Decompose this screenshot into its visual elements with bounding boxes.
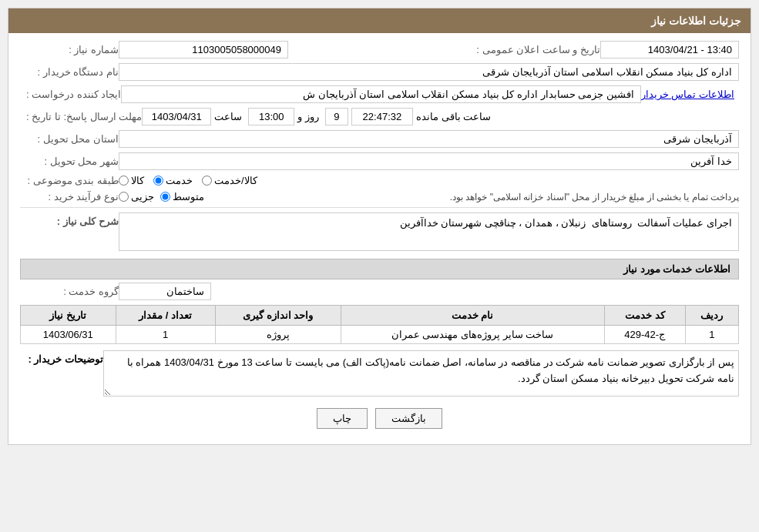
process-option-motavaset[interactable]: متوسط xyxy=(160,191,204,202)
content-area: شماره نیاز : 1103005058000049 تاریخ و سا… xyxy=(8,33,751,444)
deadline-day-label: روز و xyxy=(297,111,319,122)
category-label: طبقه بندی موضوعی : xyxy=(26,175,119,186)
city-row: شهر محل تحویل : خدا آفرین xyxy=(20,152,739,170)
separator-1 xyxy=(20,207,739,208)
page-header: جزئیات اطلاعات نیاز xyxy=(8,8,751,33)
date-range-value: 1403/04/21 - 13:40 xyxy=(600,41,739,59)
need-number-label: شماره نیاز : xyxy=(26,44,119,55)
creator-label: ایجاد کننده درخواست : xyxy=(26,89,121,100)
buyer-org-label: نام دستگاه خریدار : xyxy=(26,66,119,78)
deadline-remaining: 22:47:32 xyxy=(351,108,413,125)
description-textarea[interactable] xyxy=(119,212,739,251)
back-button[interactable]: بازگشت xyxy=(375,408,442,429)
process-motavaset-label: متوسط xyxy=(173,191,204,202)
category-kala-khadamat-label: کالا/خدمت xyxy=(214,175,257,186)
category-row: طبقه بندی موضوعی : کالا خدمت کالا/خدمت xyxy=(20,175,739,186)
description-label: شرح کلی نیاز : xyxy=(26,212,119,227)
service-group-row: گروه خدمت : ساختمان xyxy=(20,283,739,300)
need-number-row: شماره نیاز : 1103005058000049 تاریخ و سا… xyxy=(20,41,739,59)
buyer-notes-textarea[interactable] xyxy=(103,350,739,396)
process-desc: پرداخت تمام یا بخشی از مبلغ خریدار از مح… xyxy=(210,192,739,202)
print-button[interactable]: چاپ xyxy=(317,408,368,429)
deadline-date: 1403/04/31 xyxy=(142,108,211,125)
cell-count: 1 xyxy=(116,326,215,344)
page-container: جزئیات اطلاعات نیاز شماره نیاز : 1103005… xyxy=(0,0,759,532)
cell-name: ساخت سایر پروژه‌های مهندسی عمران xyxy=(341,326,604,344)
category-radio-kala-khadamat[interactable] xyxy=(202,176,212,186)
category-option-kala[interactable]: کالا xyxy=(119,175,144,186)
table-row: 1ج-42-429ساخت سایر پروژه‌های مهندسی عمرا… xyxy=(21,326,739,344)
buyer-notes-box: توضیحات خریدار : xyxy=(20,350,739,396)
col-row: ردیف xyxy=(685,306,738,326)
cell-row: 1 xyxy=(685,326,738,344)
contact-link[interactable]: اطلاعات تماس خریدار xyxy=(641,89,734,100)
col-name: نام خدمت xyxy=(341,306,604,326)
buyer-org-value: اداره کل بنیاد مسکن انقلاب اسلامی استان … xyxy=(119,63,739,81)
service-info-header: اطلاعات خدمات مورد نیاز xyxy=(20,259,739,279)
deadline-label: مهلت ارسال پاسخ: تا تاریخ : xyxy=(26,111,142,122)
process-jozi-label: جزیی xyxy=(131,191,154,202)
creator-row: ایجاد کننده درخواست : افشین جزمی حسابدار… xyxy=(20,85,739,103)
service-group-label: گروه خدمت : xyxy=(26,286,119,297)
category-radio-khadamat[interactable] xyxy=(153,176,163,186)
cell-code: ج-42-429 xyxy=(604,326,685,344)
page-title: جزئیات اطلاعات نیاز xyxy=(651,15,741,27)
province-label: استان محل تحویل : xyxy=(26,133,119,145)
deadline-details: 1403/04/31 ساعت 13:00 روز و 9 22:47:32 س… xyxy=(142,108,739,125)
buyer-notes-label: توضیحات خریدار : xyxy=(26,350,103,365)
deadline-day: 9 xyxy=(325,108,348,125)
col-code: کد خدمت xyxy=(604,306,685,326)
category-kala-label: کالا xyxy=(131,175,144,186)
process-row: نوع فرآیند خرید : جزیی متوسط پرداخت تمام… xyxy=(20,191,739,202)
buyer-org-row: نام دستگاه خریدار : اداره کل بنیاد مسکن … xyxy=(20,63,739,81)
deadline-time: 13:00 xyxy=(248,108,294,125)
service-section: اطلاعات خدمات مورد نیاز گروه خدمت : ساخت… xyxy=(20,259,739,396)
deadline-remaining-label: ساعت باقی مانده xyxy=(416,111,491,122)
services-table: ردیف کد خدمت نام خدمت واحد اندازه گیری ت… xyxy=(20,305,739,344)
col-count: تعداد / مقدار xyxy=(116,306,215,326)
description-row: شرح کلی نیاز : xyxy=(20,212,739,251)
process-radio-motavaset[interactable] xyxy=(160,192,170,202)
city-value: خدا آفرین xyxy=(119,152,739,170)
category-khadamat-label: خدمت xyxy=(166,175,193,186)
main-box: جزئیات اطلاعات نیاز شماره نیاز : 1103005… xyxy=(8,8,751,445)
creator-value: افشین جزمی حسابدار اداره کل بنیاد مسکن ا… xyxy=(121,85,640,103)
cell-date: 1403/06/31 xyxy=(21,326,116,344)
cell-unit: پروژه xyxy=(215,326,341,344)
deadline-row: مهلت ارسال پاسخ: تا تاریخ : 1403/04/31 س… xyxy=(20,108,739,125)
process-option-jozi[interactable]: جزیی xyxy=(119,191,154,202)
process-options-row: جزیی متوسط پرداخت تمام یا بخشی از مبلغ خ… xyxy=(119,191,739,202)
button-row: بازگشت چاپ xyxy=(20,408,739,429)
category-radio-group: کالا خدمت کالا/خدمت xyxy=(119,175,739,186)
service-group-value: ساختمان xyxy=(119,283,211,300)
category-radio-kala[interactable] xyxy=(119,176,129,186)
province-value: آذربایجان شرقی xyxy=(119,130,739,148)
col-date: تاریخ نیاز xyxy=(21,306,116,326)
date-range-label: تاریخ و ساعت اعلان عمومی : xyxy=(476,44,600,55)
category-option-khadamat[interactable]: خدمت xyxy=(153,175,193,186)
deadline-time-label: ساعت xyxy=(214,111,242,122)
city-label: شهر محل تحویل : xyxy=(26,156,119,167)
process-radio-jozi[interactable] xyxy=(119,192,129,202)
col-unit: واحد اندازه گیری xyxy=(215,306,341,326)
need-number-value: 1103005058000049 xyxy=(119,41,288,59)
province-row: استان محل تحویل : آذربایجان شرقی xyxy=(20,130,739,148)
category-option-kala-khadamat[interactable]: کالا/خدمت xyxy=(202,175,257,186)
process-label: نوع فرآیند خرید : xyxy=(26,191,119,202)
